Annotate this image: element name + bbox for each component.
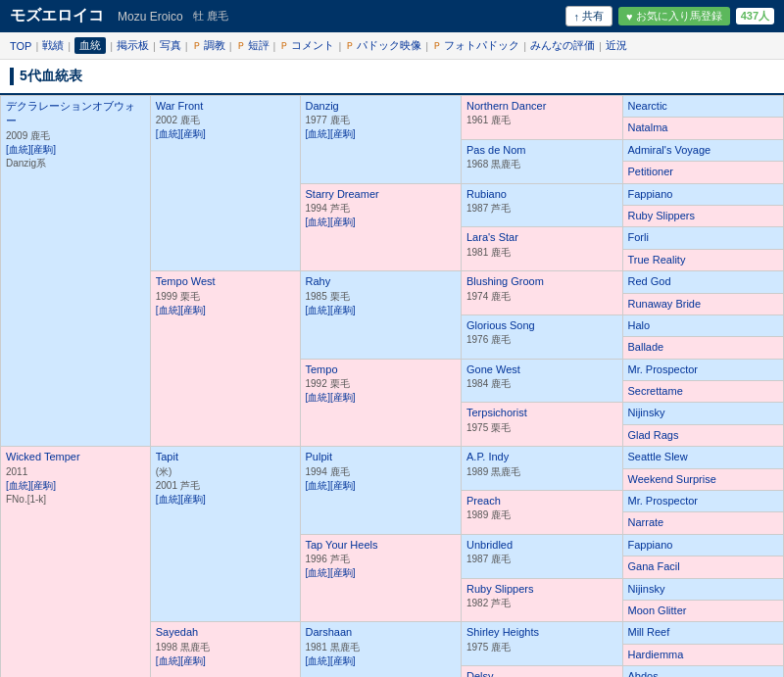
gen3-1-name[interactable]: Starry Dreamer [306,188,379,200]
gen5-bot-5-name[interactable]: Gana Facil [628,560,680,572]
gen4-bot-3-name[interactable]: Ruby Slippers [466,583,533,595]
gen5-6-cell: Forli [622,227,784,249]
gen5-bot-6-name[interactable]: Nijinsky [628,583,665,595]
gen5-bot-4-name[interactable]: Fappiano [628,539,673,551]
gen5-bot-9-name[interactable]: Hardiemma [628,649,684,660]
gen2-top-cell: War Front 2002 鹿毛 [血統][産駒] [150,96,300,271]
gen2-bot2-lineage[interactable]: [血統][産駒] [156,494,206,505]
nav-board[interactable]: 掲示板 [117,38,149,53]
gen5-0-name[interactable]: Nearctic [628,100,667,112]
gen5-1-name[interactable]: Natalma [628,121,668,133]
gen5-bot-2-cell: Mr. Prospector [622,491,784,512]
gen1-bot-name[interactable]: Wicked Temper [6,451,80,462]
gen5-5-name[interactable]: Ruby Slippers [628,210,695,221]
gen1-top-name[interactable]: デクラレーションオブウォー [6,100,135,126]
gen3-0-name[interactable]: Danzig [306,100,339,112]
gen5-bot-1-name[interactable]: Weekend Surprise [628,473,716,485]
gen3-bot-2-cell: Darshaan 1981 黒鹿毛 [血統][産駒] [300,622,462,677]
gen4-bot-1-name[interactable]: Preach [466,495,501,507]
nav-news[interactable]: 近況 [606,38,627,53]
gen5-15-cell: Glad Rags [622,424,784,446]
gen5-14-cell: Nijinsky [622,403,784,424]
gen3-0-lineage[interactable]: [血統][産駒] [306,128,356,139]
gen5-4-name[interactable]: Fappiano [628,188,673,200]
gen4-3-name[interactable]: Lara's Star [466,231,518,243]
gen5-12-name[interactable]: Mr. Prospector [628,363,699,375]
gen5-15-name[interactable]: Glad Rags [628,429,679,441]
gen4-6-name[interactable]: Gone West [466,363,520,375]
gen4-bot-2-name[interactable]: Unbridled [466,539,513,551]
gen5-bot-2-name[interactable]: Mr. Prospector [628,495,699,507]
gen2-top-lineage[interactable]: [血統][産駒] [156,128,206,139]
gen3-2-lineage[interactable]: [血統][産駒] [306,305,356,315]
gen5-bot-3-name[interactable]: Narrate [628,516,664,528]
gen3-1-lineage[interactable]: [血統][産駒] [306,217,356,227]
gen3-bot-0-lineage[interactable]: [血統][産駒] [306,480,356,491]
nav-photo-paddock[interactable]: フォトパドック [444,38,519,53]
share-button[interactable]: ↑ 共有 [565,6,613,26]
nav-photo[interactable]: 写真 [160,38,181,53]
gen3-3-lineage[interactable]: [血統][産駒] [306,392,356,403]
nav-bloodline[interactable]: 血統 [74,37,106,54]
nav-record[interactable]: 戦績 [42,38,64,53]
gen2-bot-lineage[interactable]: [血統][産駒] [156,305,206,315]
page-title-bar: 5代血統表 [0,60,784,95]
gen2-top-name[interactable]: War Front [156,100,204,112]
gen2-bot-name[interactable]: Tempo West [156,275,216,287]
gen5-6-name[interactable]: Forli [628,231,649,243]
gen5-14-name[interactable]: Nijinsky [628,407,665,418]
gen3-bot-1-name[interactable]: Tap Your Heels [306,539,378,551]
gen3-bot-2-name[interactable]: Darshaan [306,626,353,638]
gen1-top-cell: デクラレーションオブウォー 2009 鹿毛 [血統][産駒] Danzig系 [1,96,151,447]
gen5-10-name[interactable]: Halo [628,319,651,331]
page-title: 5代血統表 [10,68,774,85]
nav-training[interactable]: 調教 [204,38,225,53]
gen3-bot-0-name[interactable]: Pulpit [306,451,333,462]
gen5-bot-10-cell: Abdos [622,666,784,677]
gen3-bot-2-lineage[interactable]: [血統][産駒] [306,655,356,666]
nav-top[interactable]: TOP [10,40,31,52]
gen4-0-cell: Northern Dancer 1961 鹿毛 [462,96,623,140]
gen4-0-name[interactable]: Northern Dancer [466,100,546,112]
gen1-top-lineage[interactable]: [血統][産駒] [6,144,56,155]
gen5-7-name[interactable]: True Reality [628,254,686,266]
gen5-5-cell: Ruby Slippers [622,205,784,226]
gen4-4-cell: Blushing Groom 1974 鹿毛 [462,271,623,315]
gen5-bot-8-name[interactable]: Mill Reef [628,626,670,638]
gen2-bot3-name[interactable]: Sayedah [156,626,198,638]
gen5-8-name[interactable]: Red God [628,275,671,287]
gen2-bot2-name[interactable]: Tapit [156,451,178,462]
gen4-4-name[interactable]: Blushing Groom [466,275,544,287]
gen5-7-cell: True Reality [622,249,784,270]
gen5-bot-7-name[interactable]: Moon Glitter [628,604,687,616]
gen4-bot-4-name[interactable]: Shirley Heights [466,626,539,638]
nav-review[interactable]: 短評 [248,38,270,53]
gen4-1-name[interactable]: Pas de Nom [466,144,526,156]
gen4-bot-0-name[interactable]: A.P. Indy [466,451,509,462]
gen5-bot-10-name[interactable]: Abdos [628,670,659,677]
gen4-7-name[interactable]: Terpsichorist [466,407,527,418]
gen3-2-name[interactable]: Rahy [306,275,331,287]
gen5-bot-5-cell: Gana Facil [622,556,784,578]
gen4-5-name[interactable]: Glorious Song [466,319,535,331]
gen5-bot-0-name[interactable]: Seattle Slew [628,451,688,462]
nav-comment[interactable]: コメント [291,38,334,53]
gen1-bot-lineage[interactable]: [血統][産駒] [6,480,56,491]
gen4-bot-5-name[interactable]: Delsy [466,670,494,677]
gen5-3-name[interactable]: Petitioner [628,166,673,177]
gen5-9-name[interactable]: Runaway Bride [628,298,702,310]
nav-paddock-video[interactable]: パドック映像 [357,38,421,53]
gen3-2-cell: Rahy 1985 栗毛 [血統][産駒] [300,271,462,360]
gen5-13-name[interactable]: Secrettame [628,385,683,397]
gen3-bot-1-lineage[interactable]: [血統][産駒] [306,567,356,578]
favorite-button[interactable]: ♥ お気に入り馬登録 [618,7,730,25]
gen3-3-name[interactable]: Tempo [306,363,338,375]
gen5-bot-6-cell: Nijinsky [622,578,784,600]
gen5-4-cell: Fappiano [622,183,784,205]
gen5-2-name[interactable]: Admiral's Voyage [628,144,711,156]
nav-rating[interactable]: みんなの評価 [530,38,595,53]
gen4-2-name[interactable]: Rubiano [466,188,507,200]
gen2-bot-cell: Tempo West 1999 栗毛 [血統][産駒] [150,271,300,447]
gen5-11-name[interactable]: Ballade [628,341,664,353]
gen2-bot3-lineage[interactable]: [血統][産駒] [156,655,206,666]
